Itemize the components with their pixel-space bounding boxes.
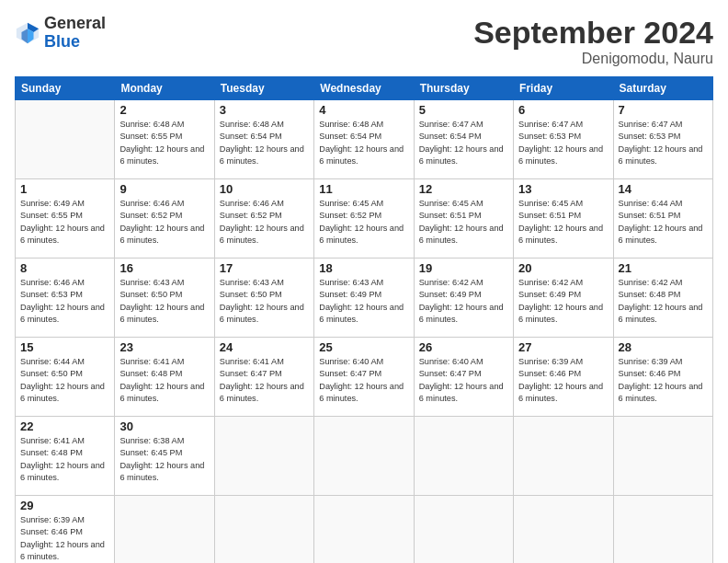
calendar-cell: 4Sunrise: 6:48 AMSunset: 6:54 PMDaylight… [314, 100, 414, 179]
day-info: Sunrise: 6:41 AMSunset: 6:48 PMDaylight:… [20, 435, 109, 484]
day-number: 17 [220, 261, 309, 275]
calendar-cell: 18Sunrise: 6:43 AMSunset: 6:49 PMDayligh… [314, 259, 414, 338]
table-row: 8Sunrise: 6:46 AMSunset: 6:53 PMDaylight… [16, 259, 713, 338]
calendar-cell: 28Sunrise: 6:39 AMSunset: 6:46 PMDayligh… [613, 338, 712, 417]
calendar-cell: 21Sunrise: 6:42 AMSunset: 6:48 PMDayligh… [613, 259, 712, 338]
calendar-cell: 8Sunrise: 6:46 AMSunset: 6:53 PMDaylight… [16, 259, 115, 338]
day-info: Sunrise: 6:48 AMSunset: 6:54 PMDaylight:… [220, 119, 309, 167]
logo: General Blue [15, 15, 106, 52]
day-number: 1 [20, 182, 109, 196]
calendar-cell: 25Sunrise: 6:40 AMSunset: 6:47 PMDayligh… [314, 338, 414, 417]
calendar-cell: 16Sunrise: 6:43 AMSunset: 6:50 PMDayligh… [115, 259, 214, 338]
calendar-table: Sunday Monday Tuesday Wednesday Thursday… [15, 76, 713, 563]
calendar-cell [613, 417, 712, 496]
col-wednesday: Wednesday [314, 77, 414, 100]
calendar-cell: 27Sunrise: 6:39 AMSunset: 6:46 PMDayligh… [514, 338, 613, 417]
calendar-cell: 13Sunrise: 6:45 AMSunset: 6:51 PMDayligh… [514, 179, 613, 259]
day-number: 7 [619, 103, 708, 117]
day-info: Sunrise: 6:46 AMSunset: 6:52 PMDaylight:… [119, 198, 209, 247]
calendar-cell [115, 496, 214, 564]
table-row: 1Sunrise: 6:49 AMSunset: 6:55 PMDaylight… [16, 179, 713, 259]
day-number: 11 [319, 182, 408, 196]
logo-general: General [44, 15, 106, 33]
day-info: Sunrise: 6:42 AMSunset: 6:49 PMDaylight:… [419, 277, 508, 326]
day-info: Sunrise: 6:47 AMSunset: 6:53 PMDaylight:… [619, 119, 708, 167]
calendar-cell: 11Sunrise: 6:45 AMSunset: 6:52 PMDayligh… [314, 179, 414, 259]
calendar-cell: 3Sunrise: 6:48 AMSunset: 6:54 PMDaylight… [214, 100, 313, 179]
day-number: 16 [119, 261, 209, 275]
day-number: 20 [518, 261, 608, 275]
header-row: Sunday Monday Tuesday Wednesday Thursday… [16, 77, 713, 100]
day-number: 27 [518, 340, 608, 354]
calendar-cell [214, 417, 313, 496]
title-area: September 2024 Denigomodu, Nauru [473, 15, 713, 67]
calendar-cell: 2Sunrise: 6:48 AMSunset: 6:55 PMDaylight… [115, 100, 214, 179]
day-number: 18 [319, 261, 408, 275]
table-row: 15Sunrise: 6:44 AMSunset: 6:50 PMDayligh… [16, 338, 713, 417]
day-number: 25 [319, 340, 408, 354]
calendar-cell [613, 496, 712, 564]
day-number: 2 [119, 103, 209, 117]
table-row: 29Sunrise: 6:39 AMSunset: 6:46 PMDayligh… [16, 496, 713, 564]
day-info: Sunrise: 6:46 AMSunset: 6:53 PMDaylight:… [20, 277, 109, 326]
day-info: Sunrise: 6:38 AMSunset: 6:45 PMDaylight:… [119, 435, 209, 484]
table-row: 22Sunrise: 6:41 AMSunset: 6:48 PMDayligh… [16, 417, 713, 496]
col-monday: Monday [115, 77, 214, 100]
day-info: Sunrise: 6:39 AMSunset: 6:46 PMDaylight:… [619, 356, 708, 405]
day-info: Sunrise: 6:49 AMSunset: 6:55 PMDaylight:… [20, 198, 109, 247]
day-info: Sunrise: 6:41 AMSunset: 6:47 PMDaylight:… [220, 356, 309, 405]
day-info: Sunrise: 6:47 AMSunset: 6:54 PMDaylight:… [419, 119, 508, 167]
month-title: September 2024 [473, 15, 713, 51]
calendar-cell: 6Sunrise: 6:47 AMSunset: 6:53 PMDaylight… [514, 100, 613, 179]
day-info: Sunrise: 6:47 AMSunset: 6:53 PMDaylight:… [518, 119, 608, 167]
calendar-cell: 24Sunrise: 6:41 AMSunset: 6:47 PMDayligh… [214, 338, 313, 417]
calendar-cell: 26Sunrise: 6:40 AMSunset: 6:47 PMDayligh… [414, 338, 513, 417]
day-number: 21 [619, 261, 708, 275]
day-number: 30 [119, 419, 209, 433]
calendar-cell: 20Sunrise: 6:42 AMSunset: 6:49 PMDayligh… [514, 259, 613, 338]
day-number: 15 [20, 340, 109, 354]
calendar-cell: 15Sunrise: 6:44 AMSunset: 6:50 PMDayligh… [16, 338, 115, 417]
calendar-cell [514, 496, 613, 564]
calendar-cell: 17Sunrise: 6:43 AMSunset: 6:50 PMDayligh… [214, 259, 313, 338]
calendar-cell: 7Sunrise: 6:47 AMSunset: 6:53 PMDaylight… [613, 100, 712, 179]
col-sunday: Sunday [16, 77, 115, 100]
day-info: Sunrise: 6:42 AMSunset: 6:48 PMDaylight:… [619, 277, 708, 326]
col-thursday: Thursday [414, 77, 513, 100]
day-info: Sunrise: 6:42 AMSunset: 6:49 PMDaylight:… [518, 277, 608, 326]
calendar-cell: 29Sunrise: 6:39 AMSunset: 6:46 PMDayligh… [16, 496, 115, 564]
calendar-cell: 10Sunrise: 6:46 AMSunset: 6:52 PMDayligh… [214, 179, 313, 259]
calendar-cell: 23Sunrise: 6:41 AMSunset: 6:48 PMDayligh… [115, 338, 214, 417]
day-number: 9 [119, 182, 209, 196]
day-number: 19 [419, 261, 508, 275]
logo-blue: Blue [44, 33, 106, 52]
day-number: 3 [220, 103, 309, 117]
col-saturday: Saturday [613, 77, 712, 100]
calendar-cell: 12Sunrise: 6:45 AMSunset: 6:51 PMDayligh… [414, 179, 513, 259]
subtitle: Denigomodu, Nauru [473, 51, 713, 67]
day-number: 14 [619, 182, 708, 196]
day-info: Sunrise: 6:45 AMSunset: 6:51 PMDaylight:… [419, 198, 508, 247]
day-info: Sunrise: 6:43 AMSunset: 6:50 PMDaylight:… [119, 277, 209, 326]
day-info: Sunrise: 6:44 AMSunset: 6:50 PMDaylight:… [20, 356, 109, 405]
day-info: Sunrise: 6:44 AMSunset: 6:51 PMDaylight:… [619, 198, 708, 247]
day-info: Sunrise: 6:46 AMSunset: 6:52 PMDaylight:… [220, 198, 309, 247]
calendar-cell: 5Sunrise: 6:47 AMSunset: 6:54 PMDaylight… [414, 100, 513, 179]
day-info: Sunrise: 6:43 AMSunset: 6:49 PMDaylight:… [319, 277, 408, 326]
calendar-cell [314, 496, 414, 564]
calendar-cell: 1Sunrise: 6:49 AMSunset: 6:55 PMDaylight… [16, 179, 115, 259]
day-info: Sunrise: 6:45 AMSunset: 6:51 PMDaylight:… [518, 198, 608, 247]
day-info: Sunrise: 6:39 AMSunset: 6:46 PMDaylight:… [20, 514, 109, 563]
calendar-cell [314, 417, 414, 496]
day-number: 5 [419, 103, 508, 117]
day-number: 8 [20, 261, 109, 275]
day-number: 12 [419, 182, 508, 196]
day-number: 26 [419, 340, 508, 354]
day-number: 28 [619, 340, 708, 354]
day-info: Sunrise: 6:40 AMSunset: 6:47 PMDaylight:… [319, 356, 408, 405]
calendar-cell [414, 496, 513, 564]
calendar-cell [514, 417, 613, 496]
calendar-cell: 22Sunrise: 6:41 AMSunset: 6:48 PMDayligh… [16, 417, 115, 496]
day-info: Sunrise: 6:41 AMSunset: 6:48 PMDaylight:… [119, 356, 209, 405]
day-info: Sunrise: 6:48 AMSunset: 6:55 PMDaylight:… [119, 119, 209, 167]
